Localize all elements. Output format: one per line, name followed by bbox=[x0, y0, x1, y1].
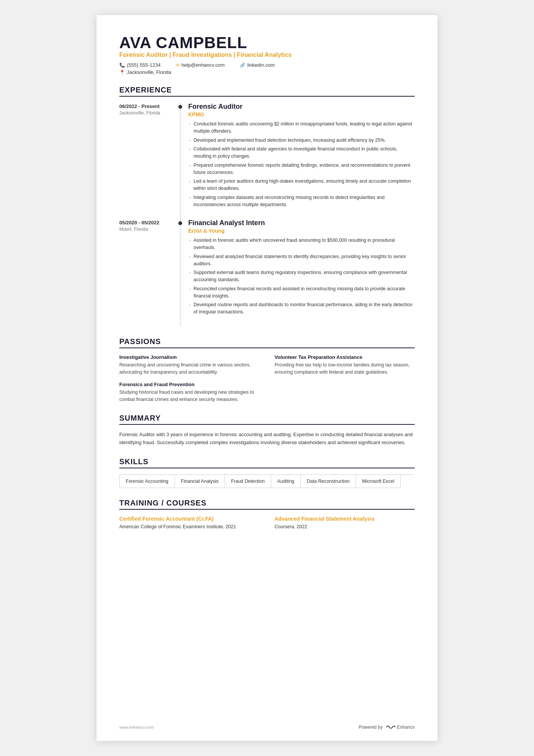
header-section: AVA CAMPBELL Forensic Auditor | Fraud In… bbox=[119, 34, 415, 75]
bullet-item: Collaborated with federal and state agen… bbox=[188, 146, 415, 160]
logo-icon bbox=[385, 724, 395, 730]
exp-title-1: Forensic Auditor bbox=[188, 103, 415, 111]
skills-section: SKILLS Forensic Accounting Financial Ana… bbox=[119, 457, 415, 488]
experience-item-2: 05/2020 - 05/2022 Miami, Florida Financi… bbox=[119, 219, 415, 327]
skill-fraud-detection: Fraud Detection bbox=[225, 475, 271, 488]
exp-left-2: 05/2020 - 05/2022 Miami, Florida bbox=[119, 219, 180, 327]
exp-right-1: Forensic Auditor KPMG Conducted forensic… bbox=[188, 103, 415, 219]
bullet-item: Integrating complex datasets and reconst… bbox=[188, 194, 415, 208]
email-address: help@enhancv.com bbox=[181, 62, 225, 68]
training-title: TRAINING / COURSES bbox=[119, 499, 415, 510]
linkedin-url: linkedin.com bbox=[247, 62, 275, 68]
linkedin-item: 🔗 linkedin.com bbox=[240, 62, 275, 68]
exp-bullets-1: Conducted forensic audits uncovering $2 … bbox=[188, 121, 415, 208]
training-org-1: American College of Forensic Examiners I… bbox=[119, 523, 259, 531]
passions-grid: Investigative Journalism Researching and… bbox=[119, 354, 415, 403]
passion-item-1: Investigative Journalism Researching and… bbox=[119, 354, 259, 376]
passion-title-2: Volunteer Tax Preparation Assistance bbox=[275, 354, 415, 360]
candidate-subtitle: Forensic Auditor | Fraud Investigations … bbox=[119, 52, 415, 58]
bullet-item: Reviewed and analyzed financial statemen… bbox=[188, 253, 415, 268]
exp-location-2: Miami, Florida bbox=[119, 227, 180, 232]
training-section: TRAINING / COURSES Certified Forensic Ac… bbox=[119, 499, 415, 531]
exp-company-2: Ernst & Young bbox=[188, 228, 415, 234]
summary-text: Forensic Auditor with 3 years of experie… bbox=[119, 431, 415, 447]
email-item: ✉ help@enhancv.com bbox=[176, 62, 225, 68]
bullet-item: Conducted forensic audits uncovering $2 … bbox=[188, 121, 415, 135]
skill-auditing: Auditing bbox=[271, 475, 301, 488]
training-item-1: Certified Forensic Accountant (Cr.FA) Am… bbox=[119, 516, 259, 531]
training-title-2: Advanced Financial Statement Analysis bbox=[275, 516, 415, 522]
brand-name: Enhancv bbox=[397, 725, 415, 730]
passion-desc-3: Studying historical fraud cases and deve… bbox=[119, 389, 259, 403]
phone-number: (555) 555-1234 bbox=[127, 62, 161, 68]
exp-location-1: Jacksonville, Florida bbox=[119, 110, 180, 116]
training-org-2: Coursera, 2022 bbox=[275, 523, 415, 531]
passions-section: PASSIONS Investigative Journalism Resear… bbox=[119, 337, 415, 403]
passion-item-3: Forensics and Fraud Prevention Studying … bbox=[119, 382, 259, 403]
bullet-item: Assisted in forensic audits which uncove… bbox=[188, 237, 415, 251]
training-item-2: Advanced Financial Statement Analysis Co… bbox=[275, 516, 415, 531]
exp-bullets-2: Assisted in forensic audits which uncove… bbox=[188, 237, 415, 316]
bullet-item: Supported external audit teams during re… bbox=[188, 269, 415, 283]
bullet-item: Reconciled complex financial records and… bbox=[188, 285, 415, 300]
passion-desc-2: Providing free tax help to low-income fa… bbox=[275, 362, 415, 376]
experience-item-1: 06/2022 - Present Jacksonville, Florida … bbox=[119, 103, 415, 219]
summary-section: SUMMARY Forensic Auditor with 3 years of… bbox=[119, 414, 415, 447]
footer-brand: Powered by Enhancv bbox=[359, 724, 415, 730]
exp-divider-2 bbox=[180, 219, 181, 327]
email-icon: ✉ bbox=[176, 63, 180, 68]
exp-date-1: 06/2022 - Present bbox=[119, 103, 180, 109]
passion-title-3: Forensics and Fraud Prevention bbox=[119, 382, 259, 387]
training-title-1: Certified Forensic Accountant (Cr.FA) bbox=[119, 516, 259, 522]
summary-title: SUMMARY bbox=[119, 414, 415, 425]
location-row: 📍 Jacksonville, Florida bbox=[119, 69, 415, 75]
location-text: Jacksonville, Florida bbox=[127, 69, 171, 75]
passion-desc-1: Researching and uncovering financial cri… bbox=[119, 362, 259, 376]
candidate-name: AVA CAMPBELL bbox=[119, 34, 415, 52]
exp-divider-1 bbox=[180, 103, 181, 219]
skill-microsoft-excel: Microsoft Excel bbox=[356, 475, 401, 488]
location-icon: 📍 bbox=[119, 70, 125, 75]
bullet-item: Developed and implemented fraud detectio… bbox=[188, 137, 415, 144]
linkedin-icon: 🔗 bbox=[240, 63, 245, 68]
resume-page: AVA CAMPBELL Forensic Auditor | Fraud In… bbox=[97, 15, 437, 741]
passion-title-1: Investigative Journalism bbox=[119, 354, 259, 360]
experience-title: EXPERIENCE bbox=[119, 86, 415, 97]
contact-row: 📞 (555) 555-1234 ✉ help@enhancv.com 🔗 li… bbox=[119, 62, 415, 68]
exp-date-2: 05/2020 - 05/2022 bbox=[119, 220, 180, 225]
skill-forensic-accounting: Forensic Accounting bbox=[120, 475, 175, 488]
skills-title: SKILLS bbox=[119, 457, 415, 468]
bullet-item: Prepared comprehensive forensic reports … bbox=[188, 162, 415, 176]
bullet-item: Led a team of junior auditors during hig… bbox=[188, 178, 415, 192]
passion-item-2: Volunteer Tax Preparation Assistance Pro… bbox=[275, 354, 415, 376]
phone-icon: 📞 bbox=[119, 63, 125, 68]
footer: www.enhancv.com Powered by Enhancv bbox=[119, 724, 415, 730]
phone-item: 📞 (555) 555-1234 bbox=[119, 62, 161, 68]
exp-left-1: 06/2022 - Present Jacksonville, Florida bbox=[119, 103, 180, 219]
enhancv-logo: Enhancv bbox=[385, 724, 415, 730]
experience-section: EXPERIENCE 06/2022 - Present Jacksonvill… bbox=[119, 86, 415, 327]
exp-right-2: Financial Analyst Intern Ernst & Young A… bbox=[188, 219, 415, 327]
exp-company-1: KPMG bbox=[188, 111, 415, 117]
passions-title: PASSIONS bbox=[119, 337, 415, 348]
skill-data-reconstruction: Data Reconstruction bbox=[301, 475, 356, 488]
powered-by-text: Powered by bbox=[359, 725, 383, 730]
footer-website: www.enhancv.com bbox=[119, 725, 154, 729]
skill-financial-analysis: Financial Analysis bbox=[175, 475, 225, 488]
bullet-item: Developed routine reports and dashboards… bbox=[188, 301, 415, 316]
exp-title-2: Financial Analyst Intern bbox=[188, 219, 415, 227]
training-grid: Certified Forensic Accountant (Cr.FA) Am… bbox=[119, 516, 415, 531]
skills-row: Forensic Accounting Financial Analysis F… bbox=[119, 474, 415, 488]
